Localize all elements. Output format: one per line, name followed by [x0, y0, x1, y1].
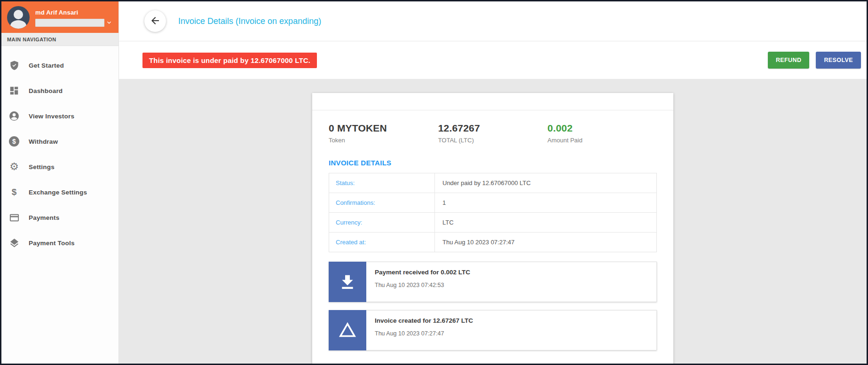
credit-card-icon	[8, 211, 20, 224]
token-value: 0 MYTOKEN	[329, 123, 438, 134]
sidebar-item-settings[interactable]: ⚙ Settings	[1, 154, 118, 179]
user-panel: md Arif Ansari	[1, 1, 118, 33]
amount-paid-label: Amount Paid	[547, 137, 657, 144]
sidebar-item-label: View Investors	[29, 113, 74, 120]
timeline-entry-payment-received: Payment received for 0.002 LTC Thu Aug 1…	[329, 262, 657, 302]
timeline-entry-date: Thu Aug 10 2023 07:42:53	[375, 282, 648, 288]
sidebar-item-label: Payments	[29, 214, 59, 221]
table-row: Status: Under paid by 12.67067000 LTC	[329, 173, 656, 193]
action-band: This invoice is under paid by 12.6706700…	[119, 41, 867, 79]
timeline-entry-body: Invoice created for 12.67267 LTC Thu Aug…	[366, 310, 657, 350]
summary-token: 0 MYTOKEN Token	[329, 123, 438, 144]
sidebar-item-label: Get Started	[29, 62, 64, 69]
row-value: 1	[435, 193, 656, 212]
invoice-card-header	[312, 93, 673, 110]
sidebar-item-payment-tools[interactable]: Payment Tools	[1, 230, 118, 256]
main-navigation: Get Started Dashboard View Investors $ W…	[1, 46, 118, 256]
avatar-head	[14, 10, 23, 19]
table-row: Currency: LTC	[329, 212, 656, 232]
back-arrow-icon	[150, 15, 161, 28]
sidebar-item-label: Payment Tools	[29, 240, 75, 247]
sidebar-item-payments[interactable]: Payments	[1, 205, 118, 230]
sidebar-item-view-investors[interactable]: View Investors	[1, 103, 118, 129]
dollar-icon: $	[8, 186, 20, 198]
sidebar-item-get-started[interactable]: Get Started	[1, 53, 118, 78]
nav-section-label: MAIN NAVIGATION	[7, 37, 56, 42]
invoice-summary: 0 MYTOKEN Token 12.67267 TOTAL (LTC) 0.0…	[329, 123, 657, 144]
avatar	[7, 6, 30, 29]
invoice-details-heading: INVOICE DETAILS	[329, 159, 657, 167]
timeline-entry-body: Payment received for 0.002 LTC Thu Aug 1…	[366, 262, 657, 302]
page-header: Invoice Details (Invoice on expanding)	[119, 1, 867, 41]
invoice-details-table: Status: Under paid by 12.67067000 LTC Co…	[329, 173, 657, 252]
row-value: Under paid by 12.67067000 LTC	[435, 173, 656, 193]
gear-icon: ⚙	[8, 161, 20, 173]
refund-button[interactable]: REFUND	[768, 52, 809, 69]
invoice-timeline: Payment received for 0.002 LTC Thu Aug 1…	[329, 262, 657, 350]
summary-amount-paid: 0.002 Amount Paid	[547, 123, 657, 144]
sidebar: md Arif Ansari MAIN NAVIGATION Get Start…	[1, 1, 119, 364]
dollar-circle-icon: $	[8, 135, 20, 148]
chevron-down-icon[interactable]	[105, 19, 113, 26]
content-area: 0 MYTOKEN Token 12.67267 TOTAL (LTC) 0.0…	[119, 79, 867, 364]
avatar-torso	[10, 20, 26, 29]
timeline-entry-title: Invoice created for 12.67267 LTC	[375, 317, 648, 324]
resolve-button[interactable]: RESOLVE	[816, 52, 861, 69]
page-title: Invoice Details (Invoice on expanding)	[178, 16, 321, 26]
layers-icon	[8, 237, 20, 249]
summary-total: 12.67267 TOTAL (LTC)	[438, 123, 548, 144]
row-label: Confirmations:	[329, 193, 435, 212]
sidebar-item-label: Exchange Settings	[29, 189, 87, 196]
timeline-entry-title: Payment received for 0.002 LTC	[375, 269, 648, 276]
person-circle-icon	[8, 110, 20, 122]
row-label: Currency:	[329, 213, 435, 232]
row-label: Created at:	[329, 233, 435, 252]
nav-section-header: MAIN NAVIGATION	[1, 33, 118, 46]
timeline-entry-date: Thu Aug 10 2023 07:27:47	[375, 330, 648, 337]
amount-paid-value: 0.002	[547, 123, 657, 134]
dashboard-icon	[8, 85, 20, 97]
invoice-card: 0 MYTOKEN Token 12.67267 TOTAL (LTC) 0.0…	[312, 93, 673, 364]
triangle-icon	[329, 310, 366, 350]
app-window: md Arif Ansari MAIN NAVIGATION Get Start…	[0, 0, 868, 365]
row-value: LTC	[435, 213, 656, 232]
user-dropdown-field[interactable]	[35, 19, 104, 27]
table-row: Confirmations: 1	[329, 193, 656, 212]
row-label: Status:	[329, 173, 435, 193]
sidebar-item-withdraw[interactable]: $ Withdraw	[1, 129, 118, 154]
sidebar-item-label: Dashboard	[29, 87, 63, 94]
table-row: Created at: Thu Aug 10 2023 07:27:47	[329, 232, 656, 252]
token-label: Token	[329, 137, 438, 144]
sidebar-item-exchange-settings[interactable]: $ Exchange Settings	[1, 179, 118, 205]
sidebar-item-label: Settings	[29, 163, 55, 171]
underpaid-alert: This invoice is under paid by 12.6706700…	[142, 53, 317, 68]
total-label: TOTAL (LTC)	[438, 137, 548, 144]
sidebar-item-label: Withdraw	[29, 138, 58, 145]
row-value: Thu Aug 10 2023 07:27:47	[435, 233, 656, 252]
user-dropdown[interactable]	[35, 19, 113, 27]
main-area: Invoice Details (Invoice on expanding) T…	[119, 1, 867, 364]
user-name: md Arif Ansari	[35, 9, 113, 16]
shield-check-icon	[8, 59, 20, 71]
total-value: 12.67267	[438, 123, 548, 134]
sidebar-item-dashboard[interactable]: Dashboard	[1, 78, 118, 103]
timeline-entry-invoice-created: Invoice created for 12.67267 LTC Thu Aug…	[329, 310, 657, 350]
back-button[interactable]	[144, 10, 166, 32]
download-icon	[329, 262, 366, 302]
